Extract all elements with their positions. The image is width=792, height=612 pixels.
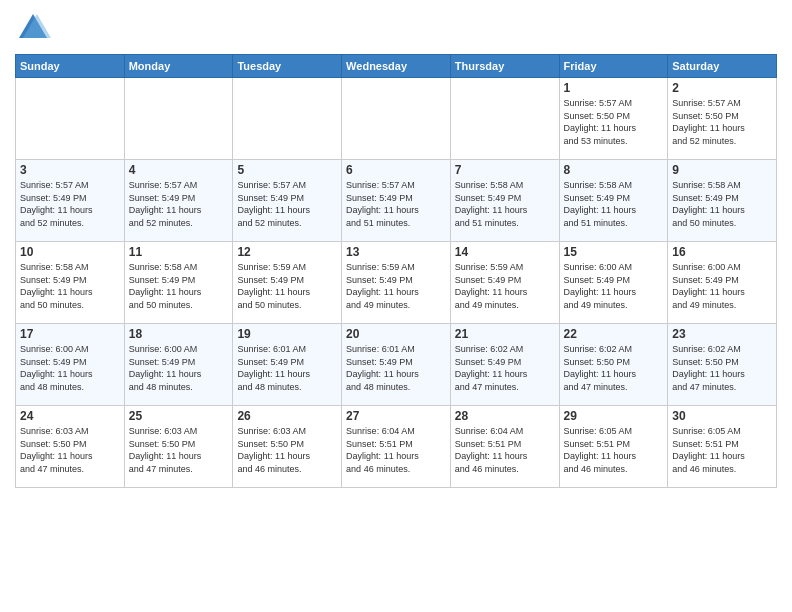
- day-number: 25: [129, 409, 229, 423]
- calendar-cell: [233, 78, 342, 160]
- day-info: Sunrise: 5:59 AM Sunset: 5:49 PM Dayligh…: [455, 261, 555, 311]
- day-number: 15: [564, 245, 664, 259]
- day-number: 26: [237, 409, 337, 423]
- calendar-cell: 4Sunrise: 5:57 AM Sunset: 5:49 PM Daylig…: [124, 160, 233, 242]
- day-number: 24: [20, 409, 120, 423]
- day-number: 21: [455, 327, 555, 341]
- calendar-cell: 26Sunrise: 6:03 AM Sunset: 5:50 PM Dayli…: [233, 406, 342, 488]
- calendar-cell: 8Sunrise: 5:58 AM Sunset: 5:49 PM Daylig…: [559, 160, 668, 242]
- day-info: Sunrise: 6:01 AM Sunset: 5:49 PM Dayligh…: [237, 343, 337, 393]
- day-number: 6: [346, 163, 446, 177]
- day-number: 13: [346, 245, 446, 259]
- day-info: Sunrise: 5:58 AM Sunset: 5:49 PM Dayligh…: [129, 261, 229, 311]
- day-number: 3: [20, 163, 120, 177]
- day-info: Sunrise: 6:04 AM Sunset: 5:51 PM Dayligh…: [346, 425, 446, 475]
- day-number: 29: [564, 409, 664, 423]
- calendar-cell: 16Sunrise: 6:00 AM Sunset: 5:49 PM Dayli…: [668, 242, 777, 324]
- day-number: 18: [129, 327, 229, 341]
- day-info: Sunrise: 5:57 AM Sunset: 5:49 PM Dayligh…: [346, 179, 446, 229]
- day-info: Sunrise: 5:57 AM Sunset: 5:50 PM Dayligh…: [672, 97, 772, 147]
- weekday-header: Friday: [559, 55, 668, 78]
- calendar-cell: 19Sunrise: 6:01 AM Sunset: 5:49 PM Dayli…: [233, 324, 342, 406]
- day-number: 16: [672, 245, 772, 259]
- page: SundayMondayTuesdayWednesdayThursdayFrid…: [0, 0, 792, 612]
- day-info: Sunrise: 6:03 AM Sunset: 5:50 PM Dayligh…: [237, 425, 337, 475]
- day-number: 30: [672, 409, 772, 423]
- calendar-cell: 21Sunrise: 6:02 AM Sunset: 5:49 PM Dayli…: [450, 324, 559, 406]
- calendar-cell: 6Sunrise: 5:57 AM Sunset: 5:49 PM Daylig…: [342, 160, 451, 242]
- day-number: 20: [346, 327, 446, 341]
- day-info: Sunrise: 6:03 AM Sunset: 5:50 PM Dayligh…: [129, 425, 229, 475]
- calendar-cell: 3Sunrise: 5:57 AM Sunset: 5:49 PM Daylig…: [16, 160, 125, 242]
- calendar-cell: 17Sunrise: 6:00 AM Sunset: 5:49 PM Dayli…: [16, 324, 125, 406]
- calendar-cell: [342, 78, 451, 160]
- day-number: 10: [20, 245, 120, 259]
- day-number: 7: [455, 163, 555, 177]
- day-number: 23: [672, 327, 772, 341]
- calendar-cell: 22Sunrise: 6:02 AM Sunset: 5:50 PM Dayli…: [559, 324, 668, 406]
- day-info: Sunrise: 6:00 AM Sunset: 5:49 PM Dayligh…: [129, 343, 229, 393]
- calendar: SundayMondayTuesdayWednesdayThursdayFrid…: [15, 54, 777, 488]
- calendar-cell: 30Sunrise: 6:05 AM Sunset: 5:51 PM Dayli…: [668, 406, 777, 488]
- calendar-cell: 28Sunrise: 6:04 AM Sunset: 5:51 PM Dayli…: [450, 406, 559, 488]
- day-info: Sunrise: 6:05 AM Sunset: 5:51 PM Dayligh…: [564, 425, 664, 475]
- weekday-header: Thursday: [450, 55, 559, 78]
- day-number: 12: [237, 245, 337, 259]
- calendar-cell: 18Sunrise: 6:00 AM Sunset: 5:49 PM Dayli…: [124, 324, 233, 406]
- day-info: Sunrise: 5:58 AM Sunset: 5:49 PM Dayligh…: [455, 179, 555, 229]
- calendar-week-row: 1Sunrise: 5:57 AM Sunset: 5:50 PM Daylig…: [16, 78, 777, 160]
- weekday-header: Tuesday: [233, 55, 342, 78]
- day-number: 1: [564, 81, 664, 95]
- day-info: Sunrise: 5:58 AM Sunset: 5:49 PM Dayligh…: [564, 179, 664, 229]
- day-info: Sunrise: 5:57 AM Sunset: 5:50 PM Dayligh…: [564, 97, 664, 147]
- day-number: 11: [129, 245, 229, 259]
- day-number: 19: [237, 327, 337, 341]
- calendar-cell: 27Sunrise: 6:04 AM Sunset: 5:51 PM Dayli…: [342, 406, 451, 488]
- calendar-cell: 15Sunrise: 6:00 AM Sunset: 5:49 PM Dayli…: [559, 242, 668, 324]
- calendar-cell: [16, 78, 125, 160]
- day-info: Sunrise: 6:02 AM Sunset: 5:49 PM Dayligh…: [455, 343, 555, 393]
- day-number: 9: [672, 163, 772, 177]
- calendar-cell: 29Sunrise: 6:05 AM Sunset: 5:51 PM Dayli…: [559, 406, 668, 488]
- calendar-cell: 10Sunrise: 5:58 AM Sunset: 5:49 PM Dayli…: [16, 242, 125, 324]
- day-info: Sunrise: 6:00 AM Sunset: 5:49 PM Dayligh…: [564, 261, 664, 311]
- calendar-week-row: 10Sunrise: 5:58 AM Sunset: 5:49 PM Dayli…: [16, 242, 777, 324]
- calendar-cell: 25Sunrise: 6:03 AM Sunset: 5:50 PM Dayli…: [124, 406, 233, 488]
- day-info: Sunrise: 5:57 AM Sunset: 5:49 PM Dayligh…: [129, 179, 229, 229]
- day-info: Sunrise: 5:58 AM Sunset: 5:49 PM Dayligh…: [20, 261, 120, 311]
- calendar-cell: 23Sunrise: 6:02 AM Sunset: 5:50 PM Dayli…: [668, 324, 777, 406]
- day-info: Sunrise: 6:02 AM Sunset: 5:50 PM Dayligh…: [672, 343, 772, 393]
- logo: [15, 10, 55, 46]
- calendar-week-row: 24Sunrise: 6:03 AM Sunset: 5:50 PM Dayli…: [16, 406, 777, 488]
- calendar-cell: 14Sunrise: 5:59 AM Sunset: 5:49 PM Dayli…: [450, 242, 559, 324]
- calendar-cell: 2Sunrise: 5:57 AM Sunset: 5:50 PM Daylig…: [668, 78, 777, 160]
- day-info: Sunrise: 5:59 AM Sunset: 5:49 PM Dayligh…: [237, 261, 337, 311]
- logo-icon: [15, 10, 51, 46]
- calendar-cell: [124, 78, 233, 160]
- calendar-cell: 11Sunrise: 5:58 AM Sunset: 5:49 PM Dayli…: [124, 242, 233, 324]
- calendar-cell: 5Sunrise: 5:57 AM Sunset: 5:49 PM Daylig…: [233, 160, 342, 242]
- weekday-header: Sunday: [16, 55, 125, 78]
- day-info: Sunrise: 5:57 AM Sunset: 5:49 PM Dayligh…: [20, 179, 120, 229]
- day-info: Sunrise: 6:00 AM Sunset: 5:49 PM Dayligh…: [672, 261, 772, 311]
- calendar-cell: 24Sunrise: 6:03 AM Sunset: 5:50 PM Dayli…: [16, 406, 125, 488]
- day-info: Sunrise: 5:58 AM Sunset: 5:49 PM Dayligh…: [672, 179, 772, 229]
- weekday-header: Monday: [124, 55, 233, 78]
- day-number: 2: [672, 81, 772, 95]
- day-info: Sunrise: 6:01 AM Sunset: 5:49 PM Dayligh…: [346, 343, 446, 393]
- calendar-cell: [450, 78, 559, 160]
- day-number: 22: [564, 327, 664, 341]
- calendar-cell: 1Sunrise: 5:57 AM Sunset: 5:50 PM Daylig…: [559, 78, 668, 160]
- calendar-cell: 7Sunrise: 5:58 AM Sunset: 5:49 PM Daylig…: [450, 160, 559, 242]
- day-info: Sunrise: 5:59 AM Sunset: 5:49 PM Dayligh…: [346, 261, 446, 311]
- day-number: 4: [129, 163, 229, 177]
- calendar-week-row: 3Sunrise: 5:57 AM Sunset: 5:49 PM Daylig…: [16, 160, 777, 242]
- calendar-cell: 12Sunrise: 5:59 AM Sunset: 5:49 PM Dayli…: [233, 242, 342, 324]
- day-number: 17: [20, 327, 120, 341]
- weekday-header: Saturday: [668, 55, 777, 78]
- day-number: 14: [455, 245, 555, 259]
- calendar-cell: 13Sunrise: 5:59 AM Sunset: 5:49 PM Dayli…: [342, 242, 451, 324]
- day-info: Sunrise: 6:05 AM Sunset: 5:51 PM Dayligh…: [672, 425, 772, 475]
- calendar-cell: 20Sunrise: 6:01 AM Sunset: 5:49 PM Dayli…: [342, 324, 451, 406]
- calendar-week-row: 17Sunrise: 6:00 AM Sunset: 5:49 PM Dayli…: [16, 324, 777, 406]
